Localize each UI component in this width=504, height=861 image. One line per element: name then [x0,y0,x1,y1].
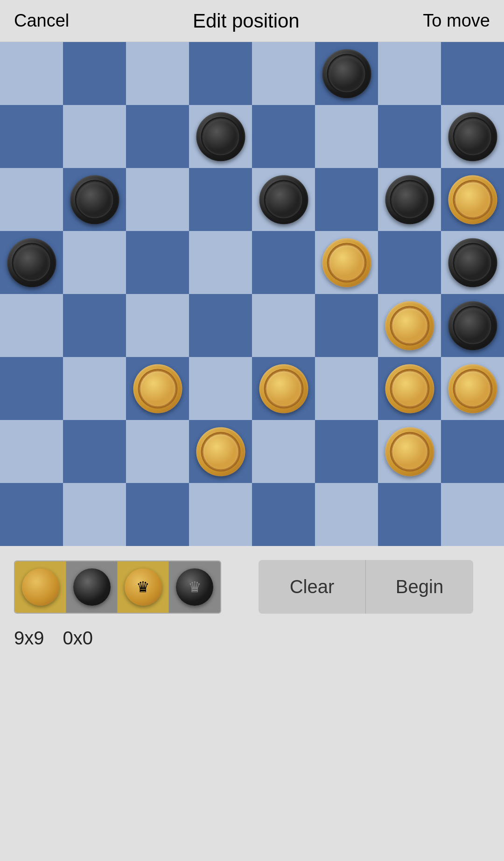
cell-3-2[interactable] [126,231,189,294]
cell-3-7[interactable] [441,231,504,294]
cancel-button[interactable]: Cancel [14,11,69,31]
cell-7-6[interactable] [378,483,441,546]
black-piece [70,175,119,224]
cell-0-3[interactable] [189,42,252,105]
cell-4-3[interactable] [189,294,252,357]
gold-piece [133,364,182,413]
cell-4-5[interactable] [315,294,378,357]
cell-5-2[interactable] [126,357,189,420]
cell-6-4[interactable] [252,420,315,483]
board-container [0,42,504,546]
cell-4-7[interactable] [441,294,504,357]
cell-5-1[interactable] [63,357,126,420]
action-buttons: Clear Begin [259,560,473,614]
black-piece [196,112,245,161]
cell-0-6[interactable] [378,42,441,105]
cell-5-0[interactable] [0,357,63,420]
black-piece [448,238,497,287]
selector-gold-king[interactable]: ♛ [118,561,169,613]
cell-7-0[interactable] [0,483,63,546]
cell-2-5[interactable] [315,168,378,231]
cell-5-6[interactable] [378,357,441,420]
cell-0-4[interactable] [252,42,315,105]
cell-7-2[interactable] [126,483,189,546]
piece-counts: 9x9 0x0 [14,628,490,649]
gold-piece [448,175,497,224]
cell-2-4[interactable] [252,168,315,231]
cell-5-7[interactable] [441,357,504,420]
checkerboard[interactable] [0,42,504,546]
gold-piece [259,364,308,413]
gold-king-icon: ♛ [125,568,162,606]
cell-5-3[interactable] [189,357,252,420]
cell-2-1[interactable] [63,168,126,231]
page-title: Edit position [193,10,300,32]
cell-2-3[interactable] [189,168,252,231]
cell-4-1[interactable] [63,294,126,357]
black-piece [7,238,56,287]
cell-3-5[interactable] [315,231,378,294]
piece-selector[interactable]: ♛ ♛ [14,560,221,614]
cell-2-6[interactable] [378,168,441,231]
cell-6-6[interactable] [378,420,441,483]
gold-piece [385,364,434,413]
cell-7-7[interactable] [441,483,504,546]
cell-7-1[interactable] [63,483,126,546]
cell-6-0[interactable] [0,420,63,483]
black-piece-icon [73,568,111,606]
cell-1-4[interactable] [252,105,315,168]
cell-1-7[interactable] [441,105,504,168]
cell-3-1[interactable] [63,231,126,294]
cell-1-1[interactable] [63,105,126,168]
cell-4-2[interactable] [126,294,189,357]
selector-gold-piece[interactable] [15,561,66,613]
header: Cancel Edit position To move [0,0,504,42]
cell-1-6[interactable] [378,105,441,168]
cell-5-4[interactable] [252,357,315,420]
gold-piece [196,427,245,476]
gold-piece [385,427,434,476]
cell-2-7[interactable] [441,168,504,231]
clear-button[interactable]: Clear [259,560,366,614]
cell-6-7[interactable] [441,420,504,483]
cell-0-5[interactable] [315,42,378,105]
begin-button[interactable]: Begin [366,560,473,614]
cell-6-1[interactable] [63,420,126,483]
selector-black-piece[interactable] [66,561,118,613]
cell-3-0[interactable] [0,231,63,294]
gold-piece-icon [22,568,59,606]
cell-5-5[interactable] [315,357,378,420]
cell-7-4[interactable] [252,483,315,546]
cell-1-3[interactable] [189,105,252,168]
bottom-panel: ♛ ♛ Clear Begin 9x9 0x0 [0,546,504,861]
cell-0-2[interactable] [126,42,189,105]
cell-4-6[interactable] [378,294,441,357]
cell-3-6[interactable] [378,231,441,294]
cell-0-1[interactable] [63,42,126,105]
piece-selector-row: ♛ ♛ Clear Begin [14,560,490,614]
cell-0-7[interactable] [441,42,504,105]
selector-black-king[interactable]: ♛ [169,561,220,613]
black-piece [448,112,497,161]
cell-1-0[interactable] [0,105,63,168]
cell-2-0[interactable] [0,168,63,231]
cell-6-2[interactable] [126,420,189,483]
cell-3-4[interactable] [252,231,315,294]
cell-1-5[interactable] [315,105,378,168]
gold-piece [385,301,434,350]
cell-6-5[interactable] [315,420,378,483]
cell-1-2[interactable] [126,105,189,168]
cell-7-5[interactable] [315,483,378,546]
cell-6-3[interactable] [189,420,252,483]
black-piece [259,175,308,224]
cell-7-3[interactable] [189,483,252,546]
cell-2-2[interactable] [126,168,189,231]
cell-0-0[interactable] [0,42,63,105]
cell-4-4[interactable] [252,294,315,357]
black-count: 0x0 [63,628,93,649]
to-move-button[interactable]: To move [423,11,490,31]
cell-3-3[interactable] [189,231,252,294]
gold-piece [322,238,371,287]
gold-count: 9x9 [14,628,44,649]
cell-4-0[interactable] [0,294,63,357]
